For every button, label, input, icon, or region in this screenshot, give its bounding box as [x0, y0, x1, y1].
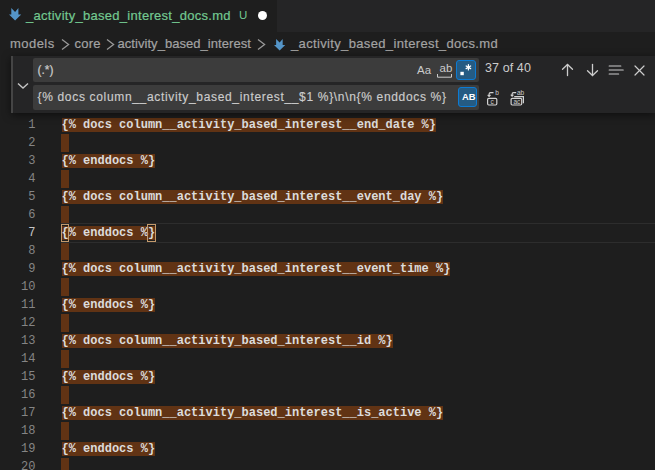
svg-text:b: b — [495, 90, 499, 96]
svg-text:ab: ab — [517, 90, 525, 96]
svg-text:ac: ac — [513, 97, 521, 104]
